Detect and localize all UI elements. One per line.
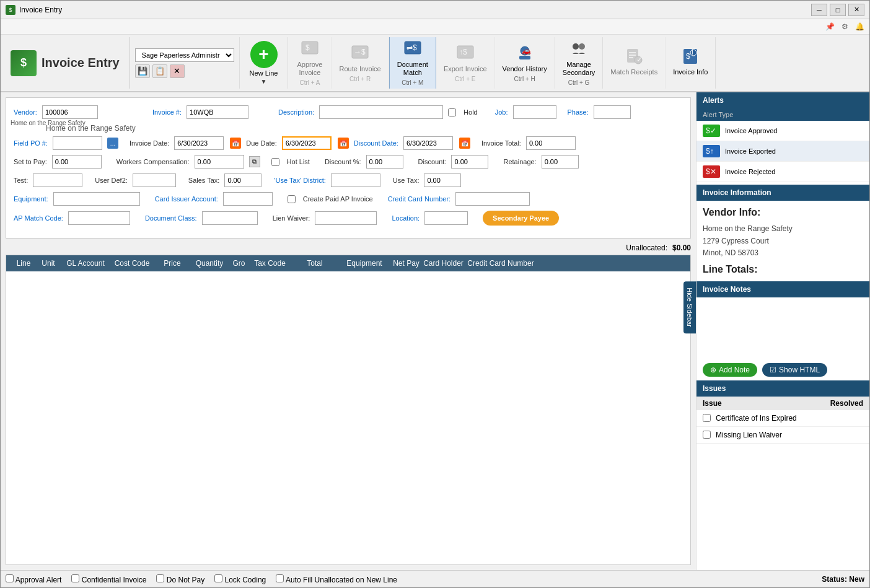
phase-label: Phase: [568, 108, 589, 116]
close-button[interactable]: ✕ [848, 4, 864, 16]
ap-match-input[interactable] [68, 211, 130, 225]
discount-input[interactable] [451, 155, 488, 169]
line-totals-title: Line Totals: [703, 264, 863, 275]
field-po-lookup-icon[interactable]: ... [107, 138, 118, 149]
form-row-2: Field PO #: ... Invoice Date: 📅 Due Date… [14, 136, 683, 150]
hide-sidebar-button[interactable]: Hide Sidebar [683, 281, 696, 333]
approved-icon: $✓ [703, 125, 720, 137]
discount-date-label[interactable]: Discount Date: [354, 139, 398, 147]
ap-match-label[interactable]: AP Match Code: [14, 214, 63, 222]
manage-secondary-button[interactable]: ManageSecondary Ctrl + G [555, 37, 604, 89]
add-note-button[interactable]: ⊕ Add Note [703, 363, 757, 377]
do-not-pay-checkbox[interactable] [156, 574, 164, 582]
description-input[interactable] [319, 105, 443, 119]
phase-input[interactable] [594, 105, 631, 119]
route-invoice-button[interactable]: →$ Route Invoice Ctrl + R [332, 37, 389, 89]
close-form-button[interactable]: ✕ [170, 64, 185, 78]
document-match-button[interactable]: ⇌$ DocumentMatch Ctrl + M [389, 37, 436, 89]
job-input[interactable] [513, 105, 556, 119]
workers-comp-input[interactable] [195, 155, 244, 169]
minimize-button[interactable]: ─ [811, 4, 827, 16]
use-tax-district-label[interactable]: 'Use Tax' District: [274, 177, 325, 184]
route-icon: →$ [349, 44, 371, 63]
invoice-info-button[interactable]: $ i Invoice Info [666, 37, 716, 89]
invoice-num-input[interactable] [187, 105, 248, 119]
svg-point-13 [579, 43, 585, 50]
invoice-total-label: Invoice Total: [481, 139, 521, 147]
credit-card-input[interactable] [455, 192, 530, 206]
discount-date-input[interactable] [403, 136, 453, 150]
approve-invoice-button[interactable]: $ ✓ ApproveInvoice Ctrl + A [288, 37, 332, 89]
equipment-label[interactable]: Equipment: [14, 195, 48, 203]
save-button[interactable]: 💾 [135, 64, 150, 78]
job-label[interactable]: Job: [495, 108, 508, 116]
equipment-input[interactable] [53, 192, 140, 206]
restore-button[interactable]: □ [830, 4, 846, 16]
table-body [6, 271, 690, 457]
issue-lien-checkbox[interactable] [703, 431, 711, 439]
field-po-input[interactable] [53, 136, 102, 150]
small-toolbar-buttons: 💾 📋 ✕ [135, 64, 234, 78]
export-invoice-button[interactable]: ↑$ Export Invoice Ctrl + E [436, 37, 495, 89]
card-issuer-input[interactable] [223, 192, 273, 206]
vendor-label[interactable]: Vendor: [14, 108, 37, 116]
invoice-date-input[interactable] [174, 136, 224, 150]
discount-date-calendar-icon[interactable]: 📅 [459, 138, 470, 149]
description-label[interactable]: Description: [278, 108, 314, 116]
pin-icon[interactable]: 📌 [825, 22, 835, 32]
hold-checkbox[interactable] [448, 108, 456, 116]
use-tax-district-input[interactable] [331, 173, 380, 187]
user-dropdown[interactable]: Sage Paperless Administrator [135, 48, 234, 62]
vendor-input[interactable] [42, 105, 98, 119]
alert-icon[interactable]: 🔔 [855, 22, 864, 32]
svg-text:$✕: $✕ [706, 167, 716, 176]
workers-comp-copy-icon[interactable]: ⧉ [249, 156, 260, 167]
test-input[interactable] [33, 173, 82, 187]
field-po-label[interactable]: Field PO #: [14, 139, 48, 147]
invoice-date-calendar-icon[interactable]: 📅 [230, 138, 241, 149]
approval-alert-checkbox[interactable] [6, 574, 14, 582]
hot-list-checkbox[interactable] [271, 158, 279, 166]
credit-card-label[interactable]: Credit Card Number: [388, 195, 450, 203]
vendor-info-title: Vendor Info: [703, 207, 863, 218]
lock-coding-checkbox-label[interactable]: Lock Coding [214, 574, 266, 584]
create-paid-ap-label: Create Paid AP Invoice [303, 195, 373, 203]
set-to-pay-input[interactable] [52, 155, 102, 169]
sales-tax-input[interactable] [224, 173, 261, 187]
document-class-input[interactable] [202, 211, 258, 225]
document-class-label[interactable]: Document Class: [145, 214, 197, 222]
show-html-button[interactable]: ☑ Show HTML [762, 363, 827, 377]
secondary-payee-button[interactable]: Secondary Payee [483, 211, 559, 226]
confidential-invoice-checkbox[interactable] [71, 574, 79, 582]
match-receipts-button[interactable]: ✓ Match Receipts [603, 37, 666, 89]
location-input[interactable] [424, 211, 468, 225]
copy-button[interactable]: 📋 [152, 64, 167, 78]
do-not-pay-checkbox-label[interactable]: Do Not Pay [156, 574, 204, 584]
due-date-calendar-icon[interactable]: 📅 [338, 138, 349, 149]
form-row-5: Equipment: Card Issuer Account: Create P… [14, 192, 683, 206]
sidebar-scroll[interactable]: Alerts Alert Type $✓ Invoice Approved [696, 92, 869, 570]
vendor-history-button[interactable]: 🚗 Vendor History Ctrl + H [495, 37, 555, 89]
new-line-button[interactable]: + New Line ▼ [240, 37, 289, 89]
user-def2-input[interactable] [133, 173, 176, 187]
lock-coding-checkbox[interactable] [214, 574, 222, 582]
invoice-total-input[interactable] [526, 136, 576, 150]
issue-cert-checkbox[interactable] [703, 414, 711, 422]
document-match-shortcut: Ctrl + M [402, 79, 423, 86]
discount-pct-label: Discount %: [325, 158, 361, 165]
create-paid-ap-checkbox[interactable] [288, 195, 296, 203]
retainage-input[interactable] [542, 155, 579, 169]
auto-fill-checkbox-label[interactable]: Auto Fill Unallocated on New Line [276, 574, 397, 584]
use-tax-input[interactable] [424, 173, 461, 187]
auto-fill-checkbox[interactable] [276, 574, 284, 582]
card-issuer-label[interactable]: Card Issuer Account: [155, 195, 218, 203]
confidential-invoice-checkbox-label[interactable]: Confidential Invoice [71, 574, 146, 584]
approval-alert-checkbox-label[interactable]: Approval Alert [6, 574, 61, 584]
location-label[interactable]: Location: [392, 214, 420, 222]
settings-icon[interactable]: ⚙ [840, 22, 850, 32]
discount-pct-input[interactable] [366, 155, 403, 169]
due-date-label: Due Date: [246, 139, 277, 147]
svg-text:✓: ✓ [636, 55, 643, 64]
lien-waiver-input[interactable] [315, 211, 377, 225]
due-date-input[interactable] [282, 136, 332, 150]
